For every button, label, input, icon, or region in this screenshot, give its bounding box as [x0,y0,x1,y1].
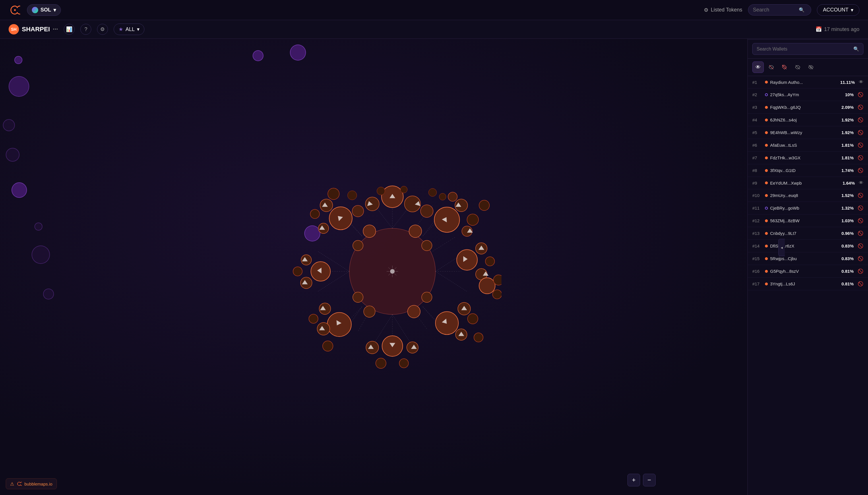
wallets-search-input[interactable] [757,47,850,52]
help-icon-button[interactable]: ? [80,24,91,35]
wallet-rank: #3 [752,105,763,110]
wallet-list-item[interactable]: #8 3fXtqv...G1tD 1.74% 🚫 [748,164,868,177]
wallet-visibility-toggle[interactable]: 🚫 [858,281,863,287]
wallet-list-item[interactable]: #15 5Rwjps...Cjbu 0.83% 🚫 [748,252,868,265]
logo[interactable] [8,4,21,16]
sidebar-collapse-tab[interactable]: ◂ [778,239,785,256]
wallet-dot [765,106,768,109]
wallet-percentage: 1.74% [838,168,854,173]
svg-point-43 [492,290,501,299]
wallet-list-item[interactable]: #1 Raydium Autho... 11.11% 👁 [748,76,868,88]
search-input[interactable] [753,7,796,13]
wallet-percentage: 1.92% [838,117,854,122]
svg-point-40 [485,257,494,266]
wallet-list-item[interactable]: #11 CjeBRy...goWb 1.32% 🚫 [748,202,868,215]
wallet-list-item[interactable]: #3 FqgWKb...g6JQ 2.09% 🚫 [748,101,868,114]
wallet-visibility-toggle[interactable]: 🚫 [858,269,863,274]
svg-line-11 [433,237,455,251]
wallet-visibility-toggle[interactable]: 🚫 [858,218,863,223]
listed-tokens-button[interactable]: ⚙ Listed Tokens [704,7,742,13]
filter-eye-off-button[interactable] [792,62,803,73]
network-visualization[interactable] [283,162,501,380]
zoom-controls: + − [627,474,656,487]
wallet-visibility-toggle[interactable]: 👁 [859,80,863,85]
network-label: SOL [40,7,51,13]
wallet-list-item[interactable]: #2 27q5ks...AyYm 10% 🚫 [748,88,868,101]
background-bubble [8,76,29,97]
wallet-percentage: 1.52% [838,193,854,198]
wallet-list-item[interactable]: #7 FdzTHk...w3GX 1.81% 🚫 [748,152,868,164]
wallet-visibility-toggle[interactable]: 🚫 [858,142,863,148]
wallet-rank: #6 [752,143,763,148]
wallet-name: AfaEuw...tLsS [770,143,836,148]
wallet-list-item[interactable]: #9 EeYdUM...Xwpb 1.64% 👁 [748,177,868,189]
background-bubble [43,289,54,300]
wallet-list-item[interactable]: #13 Cnbdyy...9Lt7 0.96% 🚫 [748,227,868,240]
zoom-in-button[interactable]: + [627,474,640,487]
wallet-visibility-toggle[interactable]: 🚫 [858,243,863,249]
wallet-visibility-toggle[interactable]: 🚫 [858,130,863,135]
wallet-dot [765,156,768,159]
wallet-name: Raydium Autho... [770,80,837,85]
background-bubble [12,182,27,198]
settings-icon-button[interactable]: ⚙ [97,24,108,35]
wallet-list-item[interactable]: #12 563ZMj...8zBW 1.03% 🚫 [748,215,868,227]
filter-tag-button[interactable] [779,62,790,73]
svg-point-29 [352,205,364,217]
zoom-out-button[interactable]: − [643,474,656,487]
global-search[interactable]: 🔍 [748,4,811,16]
svg-point-71 [429,188,437,197]
wallet-percentage: 1.92% [838,130,854,135]
filter-toolbar: 👁 [748,58,868,76]
wallet-list-item[interactable]: #5 9E4hWB...wWzy 1.92% 🚫 [748,126,868,139]
wallet-percentage: 0.96% [838,231,854,236]
svg-point-27 [365,197,379,211]
wallet-dot [765,283,768,285]
wallet-list-item[interactable]: #17 3Yngtj...Ls6J 0.81% 🚫 [748,278,868,290]
wallet-list-item[interactable]: #10 29mUry...euq8 1.52% 🚫 [748,189,868,202]
wallet-list-item[interactable]: #14 DfiSto...r6zX 0.83% 🚫 [748,240,868,252]
filter-all-button[interactable]: ★ ALL ▾ [114,23,144,35]
svg-point-106 [409,225,422,237]
wallet-name: 5Rwjps...Cjbu [770,256,836,261]
svg-point-110 [364,306,375,317]
brand-logo-small [16,481,22,487]
wallet-list-item[interactable]: #6 AfaEuw...tLsS 1.81% 🚫 [748,139,868,152]
filter-hide-button[interactable] [765,62,777,73]
wallet-list-item[interactable]: #4 6JhNZ6...s4oj 1.92% 🚫 [748,114,868,126]
wallet-list-item[interactable]: #16 G5Pqyh...8szV 0.81% 🚫 [748,265,868,278]
wallet-percentage: 0.81% [838,269,854,274]
wallet-visibility-toggle[interactable]: 🚫 [858,92,863,97]
account-button[interactable]: ACCOUNT ▾ [817,4,860,16]
wallet-dot [765,232,768,235]
svg-point-42 [493,275,501,285]
svg-line-116 [782,65,786,69]
wallet-visibility-toggle[interactable]: 🚫 [858,117,863,123]
wallet-rank: #17 [752,281,763,286]
wallet-visibility-toggle[interactable]: 🚫 [858,104,863,110]
filter-block-button[interactable] [805,62,817,73]
wallet-rank: #7 [752,155,763,160]
wallet-visibility-toggle[interactable]: 🚫 [858,155,863,160]
wallet-visibility-toggle[interactable]: 🚫 [858,193,863,198]
svg-point-67 [328,188,339,200]
wallet-visibility-toggle[interactable]: 🚫 [858,231,863,236]
svg-point-113 [363,225,376,237]
svg-point-108 [422,292,432,302]
wallet-visibility-toggle[interactable]: 🚫 [858,256,863,261]
network-selector[interactable]: SOL ▾ [27,4,61,16]
wallet-percentage: 1.64% [839,181,855,186]
wallet-dot [765,245,768,248]
wallet-name: 3fXtqv...G1tD [770,168,836,173]
wallet-visibility-toggle[interactable]: 👁 [859,180,863,186]
wallet-visibility-toggle[interactable]: 🚫 [858,205,863,211]
main-canvas[interactable]: + − [0,39,785,495]
wallet-dot [765,207,768,210]
wallets-search-field[interactable]: 🔍 [752,43,863,55]
wallet-visibility-toggle[interactable]: 🚫 [858,168,863,173]
filter-show-all-button[interactable]: 👁 [752,62,764,73]
wallets-list: #1 Raydium Autho... 11.11% 👁 #2 27q5ks..… [748,76,868,495]
wallets-sidebar: Wallets List × 🔍 👁 [747,20,868,495]
logo-icon [8,4,21,16]
chart-icon-button[interactable]: 📊 [64,24,75,35]
